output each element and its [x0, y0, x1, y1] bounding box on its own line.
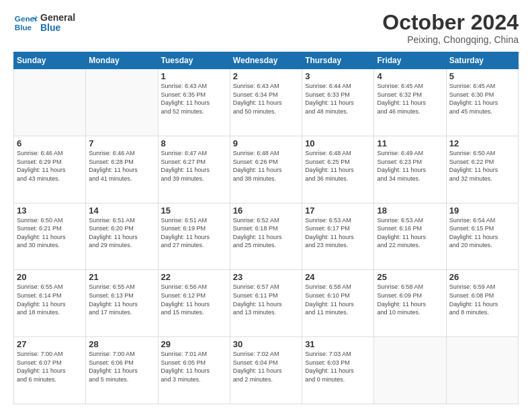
calendar-cell: 18Sunrise: 6:53 AM Sunset: 6:16 PM Dayli…: [374, 203, 446, 270]
calendar-cell: 31Sunrise: 7:03 AM Sunset: 6:03 PM Dayli…: [302, 337, 374, 404]
calendar-cell: 12Sunrise: 6:50 AM Sunset: 6:22 PM Dayli…: [446, 136, 518, 203]
day-info: Sunrise: 7:03 AM Sunset: 6:03 PM Dayligh…: [305, 350, 371, 383]
day-number: 30: [233, 339, 299, 349]
calendar-row-3: 13Sunrise: 6:50 AM Sunset: 6:21 PM Dayli…: [14, 203, 519, 270]
page: General Blue General Blue October 2024 P…: [0, 0, 532, 411]
day-info: Sunrise: 6:51 AM Sunset: 6:19 PM Dayligh…: [161, 216, 227, 250]
header-sunday: Sunday: [14, 52, 86, 69]
day-number: 10: [305, 138, 371, 148]
day-number: 27: [17, 339, 83, 349]
calendar-cell: 13Sunrise: 6:50 AM Sunset: 6:21 PM Dayli…: [14, 203, 86, 270]
calendar-row-2: 6Sunrise: 6:46 AM Sunset: 6:29 PM Daylig…: [14, 136, 519, 203]
day-info: Sunrise: 6:52 AM Sunset: 6:18 PM Dayligh…: [233, 216, 299, 250]
calendar-cell: 25Sunrise: 6:58 AM Sunset: 6:09 PM Dayli…: [374, 270, 446, 337]
calendar-cell: 30Sunrise: 7:02 AM Sunset: 6:04 PM Dayli…: [230, 337, 302, 404]
day-number: 20: [17, 272, 83, 282]
day-number: 13: [17, 205, 83, 216]
day-number: 31: [305, 339, 371, 349]
calendar-cell: 23Sunrise: 6:57 AM Sunset: 6:11 PM Dayli…: [230, 270, 302, 337]
day-info: Sunrise: 6:45 AM Sunset: 6:30 PM Dayligh…: [449, 82, 515, 116]
calendar-cell: 24Sunrise: 6:58 AM Sunset: 6:10 PM Dayli…: [302, 270, 374, 337]
logo: General Blue General Blue: [13, 11, 75, 35]
day-number: 28: [89, 339, 154, 349]
day-number: 17: [305, 205, 371, 216]
day-info: Sunrise: 6:57 AM Sunset: 6:11 PM Dayligh…: [233, 283, 299, 316]
day-number: 11: [377, 138, 443, 148]
day-info: Sunrise: 6:46 AM Sunset: 6:28 PM Dayligh…: [89, 149, 154, 183]
day-number: 23: [233, 272, 299, 282]
main-title: October 2024: [382, 11, 519, 34]
day-info: Sunrise: 6:51 AM Sunset: 6:20 PM Dayligh…: [89, 216, 154, 250]
calendar-cell: 7Sunrise: 6:46 AM Sunset: 6:28 PM Daylig…: [86, 136, 158, 203]
svg-text:Blue: Blue: [15, 23, 32, 32]
day-info: Sunrise: 6:58 AM Sunset: 6:09 PM Dayligh…: [377, 283, 443, 316]
day-number: 19: [449, 205, 515, 216]
day-info: Sunrise: 6:59 AM Sunset: 6:08 PM Dayligh…: [449, 283, 515, 316]
day-info: Sunrise: 6:49 AM Sunset: 6:23 PM Dayligh…: [377, 149, 443, 183]
day-info: Sunrise: 6:54 AM Sunset: 6:15 PM Dayligh…: [449, 216, 515, 250]
calendar-cell: 9Sunrise: 6:48 AM Sunset: 6:26 PM Daylig…: [230, 136, 302, 203]
calendar-table: Sunday Monday Tuesday Wednesday Thursday…: [13, 52, 519, 404]
day-number: 16: [233, 205, 299, 216]
day-info: Sunrise: 6:50 AM Sunset: 6:22 PM Dayligh…: [449, 149, 515, 183]
day-number: 6: [17, 138, 83, 148]
header-thursday: Thursday: [302, 52, 374, 69]
day-info: Sunrise: 6:56 AM Sunset: 6:12 PM Dayligh…: [161, 283, 227, 316]
day-number: 24: [305, 272, 371, 282]
calendar-cell: 17Sunrise: 6:53 AM Sunset: 6:17 PM Dayli…: [302, 203, 374, 270]
day-number: 1: [161, 71, 227, 81]
calendar-cell: [446, 337, 518, 404]
day-info: Sunrise: 6:55 AM Sunset: 6:14 PM Dayligh…: [17, 283, 83, 316]
calendar-cell: [86, 69, 158, 136]
calendar-cell: 27Sunrise: 7:00 AM Sunset: 6:07 PM Dayli…: [14, 337, 86, 404]
day-number: 18: [377, 205, 443, 216]
header-monday: Monday: [86, 52, 158, 69]
calendar-cell: 5Sunrise: 6:45 AM Sunset: 6:30 PM Daylig…: [446, 69, 518, 136]
day-number: 8: [161, 138, 227, 148]
day-number: 26: [449, 272, 515, 282]
day-number: 3: [305, 71, 371, 81]
title-block: October 2024 Peixing, Chongqing, China: [382, 11, 519, 45]
header-wednesday: Wednesday: [230, 52, 302, 69]
day-number: 5: [449, 71, 515, 81]
day-info: Sunrise: 6:47 AM Sunset: 6:27 PM Dayligh…: [161, 149, 227, 183]
logo-line2: Blue: [40, 23, 75, 33]
day-number: 15: [161, 205, 227, 216]
day-number: 29: [161, 339, 227, 349]
day-info: Sunrise: 6:44 AM Sunset: 6:33 PM Dayligh…: [305, 82, 371, 116]
day-info: Sunrise: 7:00 AM Sunset: 6:06 PM Dayligh…: [89, 350, 154, 383]
calendar-cell: 21Sunrise: 6:55 AM Sunset: 6:13 PM Dayli…: [86, 270, 158, 337]
calendar-cell: [14, 69, 86, 136]
day-number: 12: [449, 138, 515, 148]
calendar-cell: 22Sunrise: 6:56 AM Sunset: 6:12 PM Dayli…: [158, 270, 230, 337]
calendar-cell: 1Sunrise: 6:43 AM Sunset: 6:35 PM Daylig…: [158, 69, 230, 136]
calendar-cell: [374, 337, 446, 404]
calendar-cell: 11Sunrise: 6:49 AM Sunset: 6:23 PM Dayli…: [374, 136, 446, 203]
calendar-cell: 29Sunrise: 7:01 AM Sunset: 6:05 PM Dayli…: [158, 337, 230, 404]
day-info: Sunrise: 6:58 AM Sunset: 6:10 PM Dayligh…: [305, 283, 371, 316]
calendar-cell: 20Sunrise: 6:55 AM Sunset: 6:14 PM Dayli…: [14, 270, 86, 337]
header-friday: Friday: [374, 52, 446, 69]
calendar-cell: 28Sunrise: 7:00 AM Sunset: 6:06 PM Dayli…: [86, 337, 158, 404]
day-number: 14: [89, 205, 154, 216]
day-info: Sunrise: 7:01 AM Sunset: 6:05 PM Dayligh…: [161, 350, 227, 383]
day-info: Sunrise: 6:43 AM Sunset: 6:34 PM Dayligh…: [233, 82, 299, 116]
day-info: Sunrise: 7:02 AM Sunset: 6:04 PM Dayligh…: [233, 350, 299, 383]
calendar-cell: 26Sunrise: 6:59 AM Sunset: 6:08 PM Dayli…: [446, 270, 518, 337]
calendar-cell: 3Sunrise: 6:44 AM Sunset: 6:33 PM Daylig…: [302, 69, 374, 136]
day-number: 9: [233, 138, 299, 148]
day-info: Sunrise: 6:45 AM Sunset: 6:32 PM Dayligh…: [377, 82, 443, 116]
calendar-header-row: Sunday Monday Tuesday Wednesday Thursday…: [14, 52, 519, 69]
day-info: Sunrise: 6:48 AM Sunset: 6:26 PM Dayligh…: [233, 149, 299, 183]
calendar-row-5: 27Sunrise: 7:00 AM Sunset: 6:07 PM Dayli…: [14, 337, 519, 404]
calendar-cell: 19Sunrise: 6:54 AM Sunset: 6:15 PM Dayli…: [446, 203, 518, 270]
day-info: Sunrise: 6:55 AM Sunset: 6:13 PM Dayligh…: [89, 283, 154, 316]
calendar-row-4: 20Sunrise: 6:55 AM Sunset: 6:14 PM Dayli…: [14, 270, 519, 337]
calendar-cell: 16Sunrise: 6:52 AM Sunset: 6:18 PM Dayli…: [230, 203, 302, 270]
day-info: Sunrise: 6:48 AM Sunset: 6:25 PM Dayligh…: [305, 149, 371, 183]
day-number: 2: [233, 71, 299, 81]
day-number: 4: [377, 71, 443, 81]
day-number: 25: [377, 272, 443, 282]
header-tuesday: Tuesday: [158, 52, 230, 69]
day-info: Sunrise: 6:53 AM Sunset: 6:17 PM Dayligh…: [305, 216, 371, 250]
